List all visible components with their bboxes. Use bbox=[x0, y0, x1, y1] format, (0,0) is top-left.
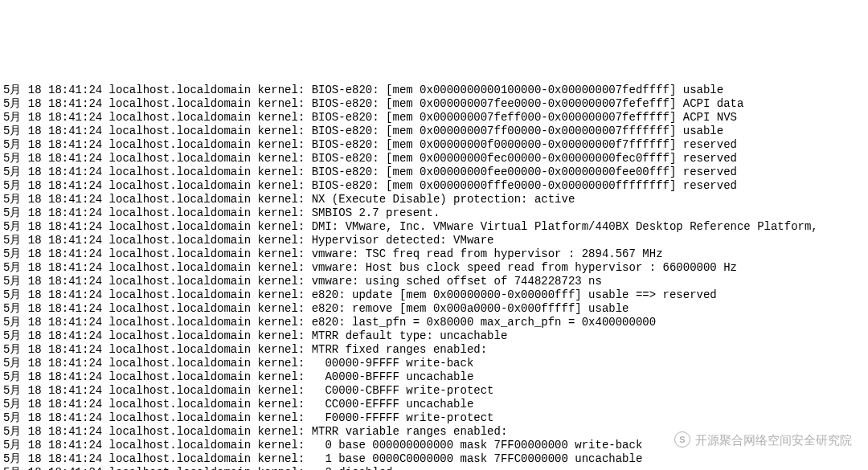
log-line: 5月 18 18:41:24 localhost.localdomain ker… bbox=[3, 111, 865, 125]
log-line: 5月 18 18:41:24 localhost.localdomain ker… bbox=[3, 288, 865, 302]
log-line: 5月 18 18:41:24 localhost.localdomain ker… bbox=[3, 247, 865, 261]
watermark-text: 开源聚合网络空间安全研究院 bbox=[695, 433, 852, 447]
log-line: 5月 18 18:41:24 localhost.localdomain ker… bbox=[3, 84, 865, 97]
log-line: 5月 18 18:41:24 localhost.localdomain ker… bbox=[3, 343, 865, 357]
log-line: 5月 18 18:41:24 localhost.localdomain ker… bbox=[3, 261, 865, 275]
log-line: 5月 18 18:41:24 localhost.localdomain ker… bbox=[3, 179, 865, 193]
log-line: 5月 18 18:41:24 localhost.localdomain ker… bbox=[3, 329, 865, 343]
log-line: 5月 18 18:41:24 localhost.localdomain ker… bbox=[3, 302, 865, 316]
log-line: 5月 18 18:41:24 localhost.localdomain ker… bbox=[3, 275, 865, 288]
log-line: 5月 18 18:41:24 localhost.localdomain ker… bbox=[3, 166, 865, 179]
log-line: 5月 18 18:41:24 localhost.localdomain ker… bbox=[3, 357, 865, 370]
log-line: 5月 18 18:41:24 localhost.localdomain ker… bbox=[3, 220, 865, 234]
log-lines-container: 5月 18 18:41:24 localhost.localdomain ker… bbox=[3, 84, 865, 470]
log-line: 5月 18 18:41:24 localhost.localdomain ker… bbox=[3, 370, 865, 384]
log-line: 5月 18 18:41:24 localhost.localdomain ker… bbox=[3, 234, 865, 247]
log-line: 5月 18 18:41:24 localhost.localdomain ker… bbox=[3, 97, 865, 111]
log-line: 5月 18 18:41:24 localhost.localdomain ker… bbox=[3, 411, 865, 425]
terminal-output[interactable]: 5月 18 18:41:24 localhost.localdomain ker… bbox=[0, 55, 868, 470]
watermark-icon: S bbox=[674, 431, 690, 448]
log-line: 5月 18 18:41:24 localhost.localdomain ker… bbox=[3, 206, 865, 220]
log-line: 5月 18 18:41:24 localhost.localdomain ker… bbox=[3, 316, 865, 329]
log-line: 5月 18 18:41:24 localhost.localdomain ker… bbox=[3, 138, 865, 152]
log-line: 5月 18 18:41:24 localhost.localdomain ker… bbox=[3, 466, 865, 470]
log-line: 5月 18 18:41:24 localhost.localdomain ker… bbox=[3, 398, 865, 411]
log-line: 5月 18 18:41:24 localhost.localdomain ker… bbox=[3, 384, 865, 398]
watermark: S 开源聚合网络空间安全研究院 bbox=[674, 431, 852, 448]
log-line: 5月 18 18:41:24 localhost.localdomain ker… bbox=[3, 452, 865, 466]
log-line: 5月 18 18:41:24 localhost.localdomain ker… bbox=[3, 152, 865, 166]
log-line: 5月 18 18:41:24 localhost.localdomain ker… bbox=[3, 193, 865, 206]
log-line: 5月 18 18:41:24 localhost.localdomain ker… bbox=[3, 125, 865, 138]
